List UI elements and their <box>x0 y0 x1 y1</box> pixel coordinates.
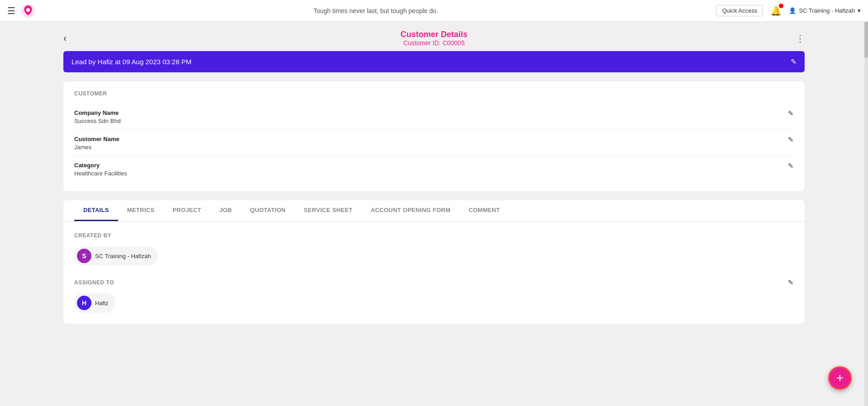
tab-metrics[interactable]: METRICS <box>118 200 164 221</box>
tab-account-opening-form[interactable]: ACCOUNT OPENING FORM <box>362 200 459 221</box>
created-by-name: SC Training - Hafizah <box>95 253 151 260</box>
fab-add-button[interactable]: + <box>828 366 852 390</box>
tab-project[interactable]: PROJECT <box>163 200 210 221</box>
category-value: Healthcare Facilities <box>74 170 127 177</box>
lead-banner-text: Lead by Hafiz at 09 Aug 2023 03:28 PM <box>72 58 191 66</box>
company-name-edit-icon[interactable]: ✎ <box>788 109 794 118</box>
main-content: ‹ Customer Details Customer ID: C00005 ⋮… <box>0 22 868 324</box>
tab-details[interactable]: DETAILS <box>74 200 118 221</box>
user-menu[interactable]: 👤 SC Training - Hafizah ▾ <box>789 7 861 14</box>
assigned-to-chip: H Hafiz <box>74 293 115 313</box>
page-subtitle: Customer ID: C00005 <box>401 39 467 47</box>
quick-access-button[interactable]: Quick Access <box>716 5 763 16</box>
category-edit-icon[interactable]: ✎ <box>788 162 794 170</box>
scrollbar-thumb[interactable] <box>864 22 868 58</box>
assigned-to-section: ASSIGNED TO ✎ H Hafiz <box>74 279 794 313</box>
assigned-to-avatar: H <box>77 296 91 310</box>
company-name-label: Company Name <box>74 109 121 116</box>
category-row: Category Healthcare Facilities ✎ <box>74 156 794 182</box>
notification-badge <box>779 4 783 8</box>
tab-service-sheet[interactable]: SERVICE SHEET <box>295 200 362 221</box>
created-by-chip: S SC Training - Hafizah <box>74 246 157 266</box>
tab-comment[interactable]: COMMENT <box>459 200 509 221</box>
lead-banner: Lead by Hafiz at 09 Aug 2023 03:28 PM ✎ <box>63 51 805 72</box>
customer-name-value: James <box>74 144 119 151</box>
page-title-wrap: Customer Details Customer ID: C00005 <box>401 30 467 47</box>
topnav: ☰ Tough times never last, but tough peop… <box>0 0 868 22</box>
customer-section: CUSTOMER Company Name Success Sdn Bhd ✎ … <box>63 81 805 191</box>
company-name-value: Success Sdn Bhd <box>74 118 121 124</box>
company-name-row: Company Name Success Sdn Bhd ✎ <box>74 104 794 130</box>
customer-name-label: Customer Name <box>74 136 119 142</box>
chevron-down-icon: ▾ <box>858 7 861 14</box>
logo-icon <box>21 4 35 18</box>
tab-content-details: CREATED BY S SC Training - Hafizah ASSIG… <box>63 222 805 324</box>
page-title: Customer Details <box>401 30 467 39</box>
tab-job[interactable]: JOB <box>210 200 241 221</box>
fab-plus-icon: + <box>836 371 844 385</box>
hamburger-icon[interactable]: ☰ <box>7 5 15 16</box>
created-by-avatar: S <box>77 249 91 263</box>
assigned-to-name: Hafiz <box>95 300 109 307</box>
customer-section-label: CUSTOMER <box>74 90 794 97</box>
user-name: SC Training - Hafizah <box>799 7 855 14</box>
svg-point-1 <box>26 8 30 12</box>
more-options-button[interactable]: ⋮ <box>796 33 805 44</box>
assigned-to-edit-icon[interactable]: ✎ <box>788 279 794 287</box>
tab-quotation[interactable]: QUOTATION <box>241 200 295 221</box>
page-header: ‹ Customer Details Customer ID: C00005 ⋮ <box>63 22 805 51</box>
tabs-bar: DETAILS METRICS PROJECT JOB QUOTATION SE… <box>63 200 805 222</box>
customer-name-edit-icon[interactable]: ✎ <box>788 136 794 144</box>
scrollbar-track[interactable] <box>864 22 868 406</box>
lead-banner-edit-icon[interactable]: ✎ <box>791 57 796 66</box>
notification-icon[interactable]: 🔔 <box>770 5 782 16</box>
customer-name-row: Customer Name James ✎ <box>74 130 794 156</box>
back-button[interactable]: ‹ <box>63 33 67 44</box>
assigned-to-label: ASSIGNED TO <box>74 279 114 286</box>
category-label: Category <box>74 162 127 169</box>
tagline: Tough times never last, but tough people… <box>41 7 711 14</box>
created-by-label: CREATED BY <box>74 232 794 239</box>
user-icon: 👤 <box>789 7 796 14</box>
